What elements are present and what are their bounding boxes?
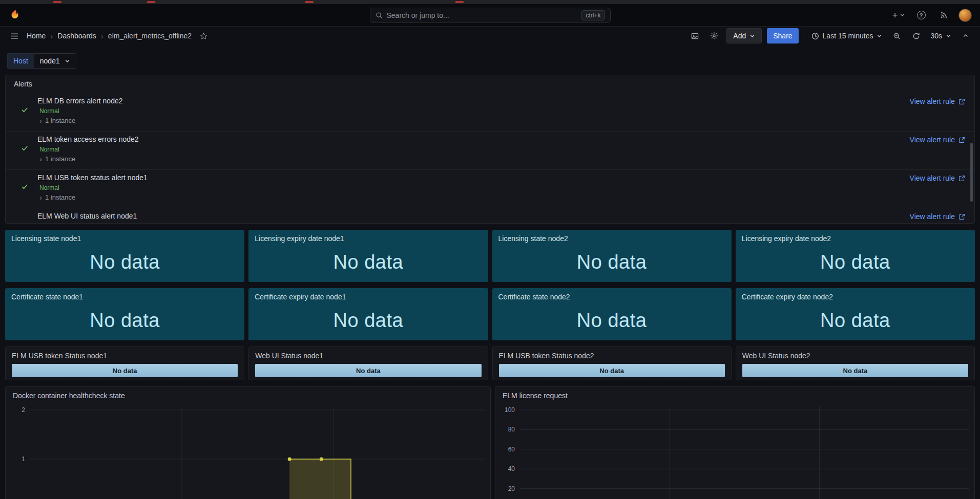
panel-title[interactable]: ELM USB token Status node1 [12, 352, 238, 360]
panel-title[interactable]: Licensing state node1 [11, 234, 238, 243]
timeseries-panel-docker-healthcheck: Docker container healthcheck state 12 [5, 386, 491, 499]
timeseries-chart: 12 [6, 403, 490, 499]
alert-rule-row: ELM Web UI status alert node1 Normal Vie… [6, 208, 974, 223]
dashboard-settings-button[interactable] [707, 29, 721, 43]
search-input[interactable] [387, 11, 578, 19]
browser-tab-marker [147, 1, 155, 3]
chevron-down-icon [65, 58, 70, 64]
divider [804, 31, 804, 40]
panel-title[interactable]: Certificate state node1 [11, 293, 238, 301]
collapse-toolbar-button[interactable] [958, 29, 973, 43]
svg-text:20: 20 [508, 485, 515, 492]
check-icon [21, 183, 29, 190]
new-menu-button[interactable]: + [891, 8, 906, 23]
chevron-up-icon [963, 33, 969, 39]
breadcrumb-home[interactable]: Home [27, 32, 46, 40]
alert-rule-row: ELM token access errors node2 Normal › 1… [6, 131, 974, 169]
refresh-icon [912, 32, 920, 40]
stat-panel: Licensing expiry date node1 No data [248, 230, 488, 282]
svg-text:80: 80 [508, 426, 515, 433]
user-avatar[interactable] [958, 9, 972, 22]
breadcrumb-dashboards[interactable]: Dashboards [57, 32, 96, 40]
timeseries-chart: 20406080100 [495, 403, 974, 499]
alert-rule-name: ELM token access errors node2 [37, 135, 139, 143]
keyboard-shortcut-badge: ctrl+k [581, 10, 604, 20]
add-button-label: Add [733, 32, 746, 40]
refresh-button[interactable] [909, 29, 923, 43]
panel-title[interactable]: Web UI Status node1 [255, 352, 481, 360]
snapshot-button[interactable] [687, 29, 702, 43]
gauge-bar: No data [12, 364, 238, 377]
dashboard-toolbar: Home › Dashboards › elm_alert_metrics_of… [0, 27, 980, 45]
stat-no-data-value: No data [5, 242, 244, 282]
panel-title[interactable]: Web UI Status node2 [742, 352, 968, 360]
chevron-down-icon [946, 33, 951, 39]
panel-title[interactable]: Certificate state node2 [498, 293, 725, 301]
browser-tab-marker [455, 1, 464, 3]
snapshot-icon [691, 32, 699, 40]
view-alert-rule-link[interactable]: View alert rule [910, 97, 965, 105]
svg-text:2: 2 [22, 406, 25, 414]
view-alert-rule-label: View alert rule [910, 212, 955, 221]
time-range-picker[interactable]: Last 15 minutes [809, 28, 885, 44]
variable-label: Host [7, 53, 34, 69]
view-alert-rule-link[interactable]: View alert rule [910, 136, 965, 144]
alert-state: Normal [39, 184, 59, 191]
view-alert-rule-link[interactable]: View alert rule [910, 212, 965, 221]
svg-text:1: 1 [22, 455, 25, 463]
gauge-panel: Web UI Status node2 No data [736, 346, 975, 380]
panel-title[interactable]: Licensing expiry date node1 [255, 234, 482, 243]
stat-panel-grid: Licensing state node1 No data Licensing … [5, 230, 975, 340]
search-icon [376, 12, 383, 19]
news-button[interactable] [936, 8, 951, 23]
add-button[interactable]: Add [726, 28, 762, 44]
gauge-panel: Web UI Status node1 No data [248, 346, 488, 380]
alert-instances-label: 1 instance [45, 193, 75, 201]
favorite-star-button[interactable] [196, 29, 211, 43]
panel-title[interactable]: Docker container healthcheck state [6, 392, 490, 400]
view-alert-rule-label: View alert rule [910, 97, 955, 105]
scrollbar-thumb[interactable] [970, 143, 973, 202]
menu-toggle-button[interactable] [7, 29, 22, 43]
stat-panel: Certificate state node2 No data [492, 288, 732, 340]
host-variable-dropdown[interactable]: node1 [34, 53, 76, 69]
panel-title[interactable]: Licensing state node2 [498, 234, 725, 243]
alert-instances-toggle[interactable]: › 1 instance [39, 117, 75, 124]
stat-panel: Certificate expiry date node1 No data [248, 288, 488, 340]
stat-no-data-value: No data [5, 300, 244, 340]
alerts-panel-title[interactable]: Alerts [6, 75, 974, 88]
gauge-bar: No data [742, 364, 968, 377]
help-button[interactable]: ? [913, 8, 929, 23]
rss-icon [940, 11, 948, 19]
alert-instances-toggle[interactable]: › 1 instance [39, 193, 75, 201]
gauge-panel: ELM USB token Status node2 No data [492, 346, 732, 380]
alert-instances-toggle[interactable]: › 1 instance [39, 155, 75, 163]
alert-rule-name: ELM DB errors alert node2 [37, 97, 123, 105]
panel-title[interactable]: ELM license request [495, 392, 974, 400]
share-button[interactable]: Share [767, 28, 798, 44]
time-range-label: Last 15 minutes [823, 32, 873, 40]
gauge-bar: No data [255, 364, 481, 377]
host-variable: Host node1 [7, 53, 76, 69]
stat-no-data-value: No data [492, 300, 732, 340]
search-bar[interactable]: ctrl+k [370, 8, 611, 23]
alert-instances-label: 1 instance [45, 117, 75, 124]
stat-no-data-value: No data [736, 242, 975, 282]
view-alert-rule-link[interactable]: View alert rule [910, 174, 965, 182]
alert-state: Normal [39, 146, 59, 153]
stat-no-data-value: No data [248, 300, 488, 340]
refresh-interval-picker[interactable]: 30s [928, 28, 953, 44]
grafana-logo-icon[interactable] [8, 9, 22, 22]
panel-title[interactable]: Licensing expiry date node2 [742, 234, 969, 243]
alerts-panel: Alerts ELM DB errors alert node2 Normal … [5, 75, 975, 224]
panel-title[interactable]: Certificate expiry date node1 [255, 293, 482, 301]
alert-state: Normal [39, 107, 59, 115]
svg-text:40: 40 [508, 465, 515, 472]
zoom-out-time-button[interactable] [889, 29, 904, 43]
external-link-icon [958, 137, 965, 143]
svg-text:100: 100 [505, 406, 515, 414]
panel-title[interactable]: Certificate expiry date node2 [742, 293, 969, 301]
breadcrumb-chevron-icon: › [50, 32, 53, 40]
stat-panel: Licensing state node1 No data [5, 230, 244, 282]
panel-title[interactable]: ELM USB token Status node2 [499, 352, 725, 360]
